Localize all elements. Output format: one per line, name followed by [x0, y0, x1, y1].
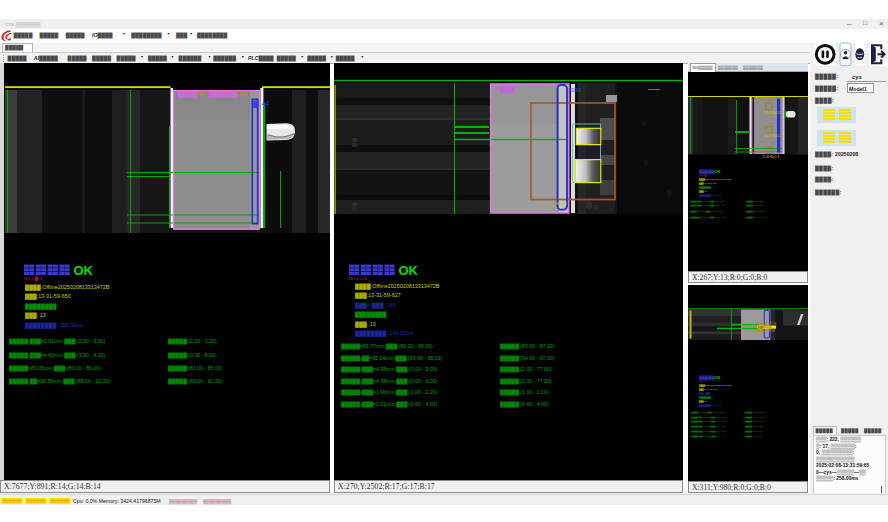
svg-text:▓▓▓▓▓:(2.00 - 77.00): ▓▓▓▓▓:(2.00 - 77.00)	[500, 378, 552, 385]
svg-text:▓▓▓▓▓-▓▓▓=1.90mm ▓▓▓:(1.00 - 2: ▓▓▓▓▓-▓▓▓=1.90mm ▓▓▓:(1.00 - 2.20)	[341, 389, 438, 396]
svg-text:▓▓▓▓▓-▓▓▓=4.38mm ▓▓▓:(0.00 - 9: ▓▓▓▓▓-▓▓▓=4.38mm ▓▓▓:(0.00 - 9.00)	[341, 378, 438, 385]
svg-text:▓▓▓▓▓-▓▓=90.56mm ▓▓▓:(88.00 -: ▓▓▓▓▓-▓▓=90.56mm ▓▓▓:(88.00 - 92.00)	[9, 378, 110, 385]
svg-text:▓▓▓▓▓▓▓▓: ▓▓▓▓▓▓▓▓	[25, 303, 57, 310]
svg-text:▓▓▓▓▓:(83.00 - 87.00): ▓▓▓▓▓:(83.00 - 87.00)	[500, 343, 555, 350]
svg-text:▓▓▓▓▓▓▓▓: 140.00ms: ▓▓▓▓▓▓▓▓: 140.00ms	[355, 330, 413, 337]
svg-text:NG:0,0:/0: NG:0,0:/0	[349, 276, 368, 281]
svg-text:▓▓▓▓▓-▓▓=95.24mm ▓▓▓:(93.00 -: ▓▓▓▓▓-▓▓=95.24mm ▓▓▓:(93.00 - 98.00)	[341, 355, 442, 362]
svg-text:▓▓▓▓:Offline2025020813313472B: ▓▓▓▓:Offline2025020813313472B	[355, 283, 440, 290]
svg-text:▓▓▓▓▓=83.77mm ▓▓▓:(82.00 - 88.: ▓▓▓▓▓=83.77mm ▓▓▓:(82.00 - 88.00)	[341, 343, 433, 350]
svg-text:▓▓▓▓▓:(0.00 - 8.00): ▓▓▓▓▓:(0.00 - 8.00)	[168, 352, 217, 359]
svg-text:▓▓▓▓▓▓▓▓: ▓▓▓▓▓▓▓▓	[355, 311, 387, 318]
svg-text:▓▓▓▓▓▓▓▓: 256.00ms: ▓▓▓▓▓▓▓▓: 256.00ms	[25, 322, 83, 329]
svg-text:▓▓▓=83.77 OK: ▓▓▓=83.77 OK	[757, 321, 777, 325]
svg-text:▓▓▓▓▓-▓▓▓=2.61mm ▓▓▓:(0.60 - 4: ▓▓▓▓▓-▓▓▓=2.61mm ▓▓▓:(0.60 - 4.00)	[341, 401, 438, 408]
svg-text:▓▓▓▓:Offline2025020813313472B: ▓▓▓▓:Offline2025020813313472B	[25, 284, 110, 291]
svg-text:12.40 13.05 12.45: 12.40 13.05 12.45	[755, 98, 775, 101]
svg-text:▓▓▓▓▓=83.05mm ▓▓▓:(80.00 - 86.: ▓▓▓▓▓=83.05mm ▓▓▓:(80.00 - 86.00)	[9, 365, 101, 372]
svg-text:AI▓▓▓▓: AI▓▓▓▓	[495, 86, 515, 93]
svg-text:▓▓▓: 13: ▓▓▓: 13	[25, 312, 46, 319]
svg-text:▓▓▓▓▓:(2.00 - 77.00): ▓▓▓▓▓:(2.00 - 77.00)	[500, 366, 552, 373]
svg-text:NL:12: NL:12	[556, 201, 568, 206]
svg-text:▓. 44: ▓. 44	[253, 100, 270, 108]
svg-text:13.07 Rg:1.1: 13.07 Rg:1.1	[764, 134, 782, 138]
svg-text:▓▓▓AI▓▓▓: 166: ▓▓▓AI▓▓▓: 166	[355, 302, 396, 309]
svg-text:▓▓▓=95.24: ▓▓▓=95.24	[758, 325, 772, 329]
svg-text:▓▓▓:13-31-59-650: ▓▓▓:13-31-59-650	[25, 293, 71, 300]
svg-text:▓▓▓:13-31-59-627: ▓▓▓:13-31-59-627	[355, 292, 401, 299]
svg-text:▓▓▓▓▓:(0.60 - 4.00): ▓▓▓▓▓:(0.60 - 4.00)	[500, 401, 549, 408]
svg-text:▓▓▓▓▓:(1.10 - 2.10): ▓▓▓▓▓:(1.10 - 2.10)	[500, 389, 549, 396]
svg-text:OK: OK	[74, 263, 94, 278]
svg-text:▓▓▓▓▓:(94.00 - 97.00): ▓▓▓▓▓:(94.00 - 97.00)	[500, 355, 555, 362]
svg-text:12.45 Rg:1.3: 12.45 Rg:1.3	[764, 111, 782, 115]
svg-text:▓▓▓▓▓:93, ▓▓▓▓▓▓▓:100: ▓▓▓▓▓:93, ▓▓▓▓▓▓▓:100	[177, 91, 248, 98]
svg-text:▓▓▓▓▓-▓▓▓=4.38mm ▓▓▓:(0.00 - 9: ▓▓▓▓▓-▓▓▓=4.38mm ▓▓▓:(0.00 - 9.00)	[341, 366, 438, 373]
svg-text:12.45 Rg:1.3: 12.45 Rg:1.3	[762, 155, 780, 159]
svg-text:▓▓▓: 13: ▓▓▓: 13	[355, 321, 376, 328]
svg-text:OK: OK	[399, 263, 419, 278]
svg-text:▓▓▓▓▓:(81.00 - 85.00): ▓▓▓▓▓:(81.00 - 85.00)	[168, 365, 223, 372]
svg-text:▓▓▓▓▓-▓▓▓=4.60mm ▓▓▓:(3.00 - 6: ▓▓▓▓▓-▓▓▓=4.60mm ▓▓▓:(3.00 - 6.00)	[9, 352, 106, 359]
svg-text:▓▓▓▓▓-▓▓▓=2.91mm ▓▓▓:(2.00 - 3: ▓▓▓▓▓-▓▓▓=2.91mm ▓▓▓:(2.00 - 3.50)	[9, 338, 106, 345]
svg-text:▓▓▓=4.38 OK: ▓▓▓=4.38 OK	[757, 329, 775, 333]
svg-text:▓▓▓▓▓:(2.20 - 3.20): ▓▓▓▓▓:(2.20 - 3.20)	[168, 338, 217, 345]
svg-text:▓▓▓▓▓:(89.00 - 91.00): ▓▓▓▓▓:(89.00 - 91.00)	[168, 378, 223, 385]
svg-text:20.88: 20.88	[569, 87, 582, 93]
